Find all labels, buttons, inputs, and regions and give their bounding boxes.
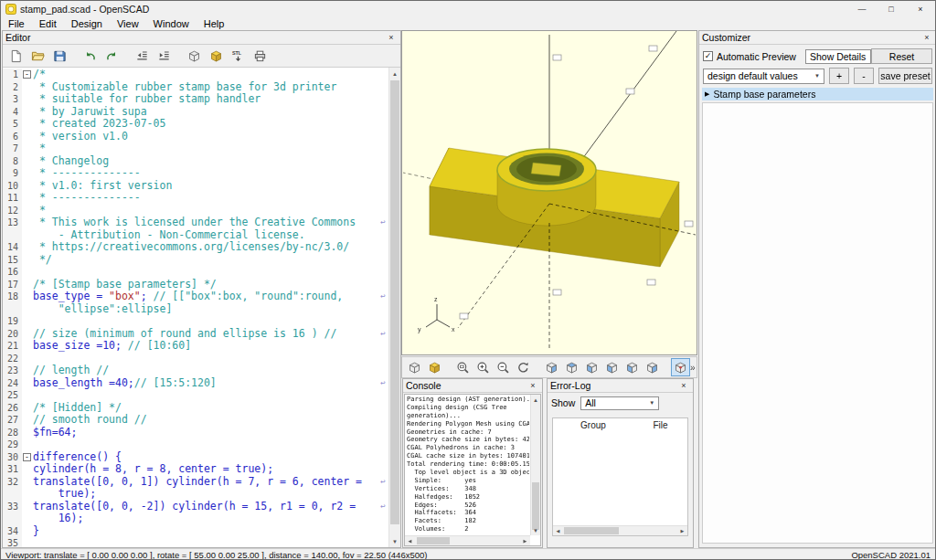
code-line[interactable]: 16); [3,512,388,525]
view-bottom-button[interactable] [582,358,601,376]
view-back-button[interactable] [643,358,662,376]
code-line[interactable]: 22 [3,353,388,365]
code-line[interactable]: 13 * This work is licensed under the Cre… [3,217,388,229]
details-dropdown[interactable]: Show Details ▼ [805,49,871,64]
console-horizontal-scrollbar[interactable]: ◀ ▶ [405,535,530,545]
code-line[interactable]: 9 * -------------- [3,167,388,180]
editor-scrollbar-thumb[interactable] [390,80,399,524]
view-top-button[interactable] [562,358,581,376]
maximize-button[interactable]: □ [877,1,906,16]
code-line[interactable]: 33translate([0, 0, -2]) cylinder(h = 15,… [3,501,388,513]
code-line[interactable]: 26/* [Hidden] */ [3,402,388,415]
menu-design[interactable]: Design [64,18,110,29]
render-button[interactable] [425,358,444,376]
open-button[interactable] [27,46,48,66]
code-line[interactable]: - Attribution - Non-Commercial license. [3,229,388,242]
new-file-button[interactable] [5,46,26,66]
code-line[interactable]: 27// smooth round // [3,414,388,427]
undo-button[interactable] [80,46,100,66]
code-editor[interactable]: 1-/*2 * Customizable rubber stamp base f… [3,68,400,547]
view-diagonal-button[interactable] [671,358,690,376]
scroll-right-arrow[interactable]: ▶ [677,526,687,535]
error-log-hscrollbar-thumb[interactable] [564,527,619,534]
view-right-button[interactable] [542,358,561,376]
zoom-in-button[interactable] [473,358,493,376]
export-stl-button[interactable]: STL [228,46,248,66]
preview-button[interactable] [184,46,204,66]
expand-icon[interactable]: ▶ [705,90,709,98]
code-line[interactable]: 12 * [3,205,388,217]
menu-window[interactable]: Window [146,18,197,29]
indent-button[interactable] [154,46,174,66]
console-scrollbar-thumb[interactable] [532,482,539,530]
code-line[interactable]: 8 * Changelog [3,155,388,168]
scroll-up-arrow[interactable]: ▲ [389,68,400,79]
code-line[interactable]: 18base_type = "box"; // [["box":box, "ro… [3,291,388,303]
code-line[interactable]: 6 * version v1.0 [3,131,388,143]
unindent-button[interactable] [132,46,152,66]
error-filter-dropdown[interactable]: All ▼ [580,396,659,410]
preview-button[interactable] [405,358,424,376]
error-log-horizontal-scrollbar[interactable]: ◀ ▶ [553,525,687,535]
code-line[interactable]: 16 [3,266,388,279]
viewport[interactable]: z x y [401,30,697,355]
scroll-down-arrow[interactable]: ▼ [389,535,400,547]
code-line[interactable]: 21base_size =10; // [10:60] [3,340,388,353]
editor-close-button[interactable]: × [385,33,398,42]
code-line[interactable]: 10 * v1.0: first version [3,180,388,193]
menu-view[interactable]: View [110,18,146,29]
code-line[interactable]: 20// size (minimum of round and ellipse … [3,328,388,341]
reset-view-button[interactable] [514,358,533,376]
fold-marker-icon[interactable]: - [23,453,31,461]
add-preset-button[interactable]: + [829,68,849,84]
error-log-close-button[interactable]: × [677,381,690,390]
code-line[interactable]: true); [3,488,388,501]
view-left-button[interactable] [602,358,622,376]
render-button[interactable] [206,46,226,66]
code-line[interactable]: 1-/* [3,69,388,81]
3d-scene[interactable]: z x y [402,31,697,354]
code-line[interactable]: 2 * Customizable rubber stamp base for 3… [3,81,388,94]
code-line[interactable]: 4 * by Jaruwit supa [3,106,388,119]
code-line[interactable]: 15 */ [3,254,388,267]
scroll-left-arrow[interactable]: ◀ [553,526,563,535]
column-header-file[interactable]: File [633,420,687,430]
code-line[interactable]: 30-difference() { [3,451,388,464]
scroll-up-arrow[interactable]: ▲ [531,395,540,405]
reset-button[interactable]: Reset [871,48,932,64]
code-line[interactable]: 17/* [Stamp base parameters] */ [3,279,388,291]
code-line[interactable]: 23// length // [3,365,388,377]
zoom-all-button[interactable] [453,358,473,376]
automatic-preview-checkbox[interactable]: ✓ Automatic Preview [703,51,796,62]
zoom-out-button[interactable] [494,358,513,376]
code-line[interactable]: 11 * -------------- [3,192,388,205]
column-header-group[interactable]: Group [553,420,633,430]
code-line[interactable]: 25 [3,389,388,402]
code-line[interactable]: 31cylinder(h = 8, r = 8, center = true); [3,463,388,476]
console-vertical-scrollbar[interactable]: ▲ ▼ [530,395,540,535]
redo-button[interactable] [101,46,122,66]
code-line[interactable]: 5 * created 2023-07-05 [3,118,388,131]
editor-vertical-scrollbar[interactable]: ▲ ▼ [388,68,400,547]
send-to-printer-button[interactable] [250,46,270,66]
menu-help[interactable]: Help [197,18,232,29]
minimize-button[interactable]: — [847,1,877,16]
code-line[interactable]: 3 * suitable for rubber stamp handler [3,93,388,106]
save-button[interactable] [49,46,69,66]
code-line[interactable]: 14 * https://creativecommons.org/license… [3,241,388,254]
customizer-close-button[interactable]: × [920,33,933,42]
console-output[interactable]: Parsing design (AST generation)...Compil… [404,394,541,546]
close-button[interactable]: × [906,1,935,16]
menu-file[interactable]: File [1,18,32,29]
fold-marker-icon[interactable]: - [23,70,31,79]
code-line[interactable]: 7 * [3,143,388,155]
code-line[interactable]: 28$fn=64; [3,427,388,439]
remove-preset-button[interactable]: - [854,68,874,84]
save-preset-button[interactable]: save preset [878,68,932,84]
console-close-button[interactable]: × [526,381,539,390]
scroll-right-arrow[interactable]: ▶ [520,536,530,545]
code-line[interactable]: 24base_length =40;// [15:5:120]↩ [3,377,388,390]
menu-edit[interactable]: Edit [32,18,64,29]
section-stamp-base-parameters[interactable]: ▶ Stamp base parameters [702,88,933,100]
code-lines[interactable]: 1-/*2 * Customizable rubber stamp base f… [3,69,388,547]
